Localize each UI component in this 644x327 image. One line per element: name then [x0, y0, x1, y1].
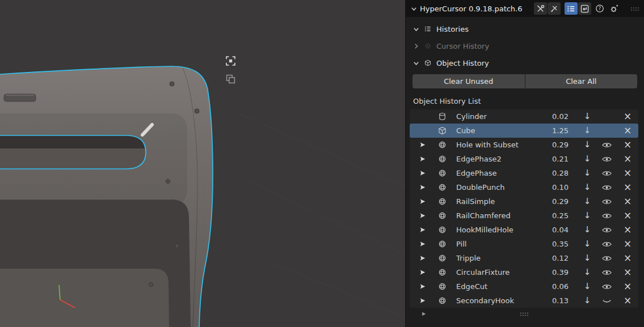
eye-closed-icon[interactable]	[597, 294, 616, 308]
tweak-tools-icon[interactable]	[548, 2, 561, 15]
remove-x-icon[interactable]: ×	[616, 194, 639, 209]
mesh-icon	[435, 251, 449, 265]
history-row[interactable]: CircularFixture 0.39 ↓ ×	[410, 265, 638, 279]
eye-open-icon[interactable]	[597, 251, 616, 265]
history-row[interactable]: HookMilledHole 0.04 ↓ ×	[410, 223, 638, 237]
history-list-icon[interactable]	[565, 2, 578, 15]
history-row[interactable]: RailSimple 0.29 ↓ ×	[410, 194, 638, 209]
apply-down-icon[interactable]: ↓	[578, 223, 597, 237]
history-row[interactable]: DoublePunch 0.10 ↓ ×	[410, 180, 638, 194]
history-flag-icon[interactable]	[410, 223, 435, 237]
history-flag-icon[interactable]	[410, 265, 435, 279]
remove-x-icon[interactable]: ×	[616, 109, 639, 124]
history-flag-icon[interactable]	[410, 209, 435, 223]
expand-triangle-icon[interactable]: ▶	[422, 312, 426, 316]
eye-open-icon[interactable]	[597, 265, 616, 279]
eye-open-icon[interactable]	[597, 166, 616, 180]
history-item-time: 0.29	[550, 194, 578, 209]
history-flag-icon[interactable]	[410, 251, 435, 265]
history-row[interactable]: Hole with Subset 0.29 ↓ ×	[410, 138, 638, 152]
gear-icon[interactable]	[608, 2, 621, 15]
eye-open-icon[interactable]	[597, 209, 616, 223]
apply-down-icon[interactable]: ↓	[578, 180, 597, 194]
apply-down-icon[interactable]: ↓	[578, 251, 597, 265]
history-item-name: Cylinder	[449, 109, 550, 124]
history-item-time: 1.25	[550, 124, 578, 138]
history-flag-icon[interactable]	[410, 152, 435, 166]
history-flag-icon[interactable]	[410, 237, 435, 251]
remove-x-icon[interactable]: ×	[616, 251, 639, 265]
history-item-name: Hole with Subset	[449, 138, 550, 152]
history-row[interactable]: Cylinder 0.02 ↓ ×	[410, 109, 638, 124]
remove-x-icon[interactable]: ×	[616, 237, 639, 251]
history-row[interactable]: RailChamfered 0.25 ↓ ×	[410, 209, 638, 223]
adjust-tools-icon[interactable]	[534, 2, 547, 15]
apply-down-icon[interactable]: ↓	[578, 138, 597, 152]
apply-down-icon[interactable]: ↓	[578, 237, 597, 251]
eye-open-icon[interactable]	[597, 138, 616, 152]
section-object-history[interactable]: Object History	[406, 54, 644, 71]
mesh-icon	[435, 152, 449, 166]
history-flag-icon[interactable]	[410, 138, 435, 152]
history-item-time: 0.04	[550, 223, 578, 237]
history-row[interactable]: EdgeCut 0.06 ↓ ×	[410, 279, 638, 294]
handle-slot-shadow	[0, 135, 145, 148]
chevron-down-icon	[413, 60, 419, 66]
remove-x-icon[interactable]: ×	[616, 279, 639, 294]
history-flag-icon[interactable]	[410, 194, 435, 209]
history-row[interactable]: SecondaryHook 0.13 ↓ ×	[410, 294, 638, 308]
eye-open-icon[interactable]	[597, 180, 616, 194]
remove-x-icon[interactable]: ×	[616, 180, 639, 194]
history-flag-icon[interactable]	[410, 166, 435, 180]
help-icon[interactable]: ?	[593, 2, 606, 15]
clear-unused-button[interactable]: Clear Unused	[413, 74, 525, 88]
viewport-3d[interactable]	[0, 0, 405, 327]
remove-x-icon[interactable]: ×	[616, 294, 639, 308]
history-flag-icon[interactable]	[410, 294, 435, 308]
clear-all-button[interactable]: Clear All	[525, 74, 638, 88]
history-row[interactable]: Pill 0.35 ↓ ×	[410, 237, 638, 251]
eye-open-icon[interactable]	[597, 152, 616, 166]
apply-down-icon[interactable]: ↓	[578, 265, 597, 279]
eye-open-icon[interactable]	[597, 279, 616, 294]
apply-down-icon[interactable]: ↓	[578, 124, 597, 138]
mesh-icon	[435, 279, 449, 294]
mesh-icon	[435, 138, 449, 152]
history-item-name: Pill	[449, 237, 550, 251]
history-row[interactable]: Cube 1.25 ↓ ×	[410, 124, 638, 138]
history-row[interactable]: EdgePhase 0.28 ↓ ×	[410, 166, 638, 180]
remove-x-icon[interactable]: ×	[616, 138, 639, 152]
apply-down-icon[interactable]: ↓	[578, 209, 597, 223]
eye-open-icon[interactable]	[597, 194, 616, 209]
apply-down-icon[interactable]: ↓	[578, 152, 597, 166]
duplicate-view-icon[interactable]	[225, 74, 235, 84]
history-flag-icon[interactable]	[410, 279, 435, 294]
remove-x-icon[interactable]: ×	[616, 223, 639, 237]
remove-x-icon[interactable]: ×	[616, 124, 639, 138]
return-icon[interactable]	[578, 2, 591, 15]
history-item-name: EdgePhase	[449, 166, 550, 180]
list-resize-handle[interactable]	[520, 310, 529, 318]
apply-down-icon[interactable]: ↓	[578, 279, 597, 294]
section-cursor-history[interactable]: Cursor History	[406, 37, 644, 54]
remove-x-icon[interactable]: ×	[616, 265, 639, 279]
apply-down-icon[interactable]: ↓	[578, 109, 597, 124]
section-histories[interactable]: Histories	[406, 20, 644, 37]
apply-down-icon[interactable]: ↓	[578, 294, 597, 308]
apply-down-icon[interactable]: ↓	[578, 194, 597, 209]
remove-x-icon[interactable]: ×	[616, 209, 639, 223]
history-flag-icon[interactable]	[410, 180, 435, 194]
chevron-down-icon[interactable]	[410, 5, 417, 12]
panel-drag-handle[interactable]	[630, 5, 639, 13]
remove-x-icon[interactable]: ×	[616, 166, 639, 180]
history-row[interactable]: EdgePhase2 0.21 ↓ ×	[410, 152, 638, 166]
cylinder-icon	[435, 109, 449, 124]
eye-open-icon[interactable]	[597, 237, 616, 251]
history-row[interactable]: Tripple 0.12 ↓ ×	[410, 251, 638, 265]
remove-x-icon[interactable]: ×	[616, 152, 639, 166]
maximize-area-icon[interactable]	[225, 56, 235, 66]
apply-down-icon[interactable]: ↓	[578, 166, 597, 180]
eye-open-icon[interactable]	[597, 223, 616, 237]
mesh-icon	[435, 180, 449, 194]
history-item-name: CircularFixture	[449, 265, 550, 279]
